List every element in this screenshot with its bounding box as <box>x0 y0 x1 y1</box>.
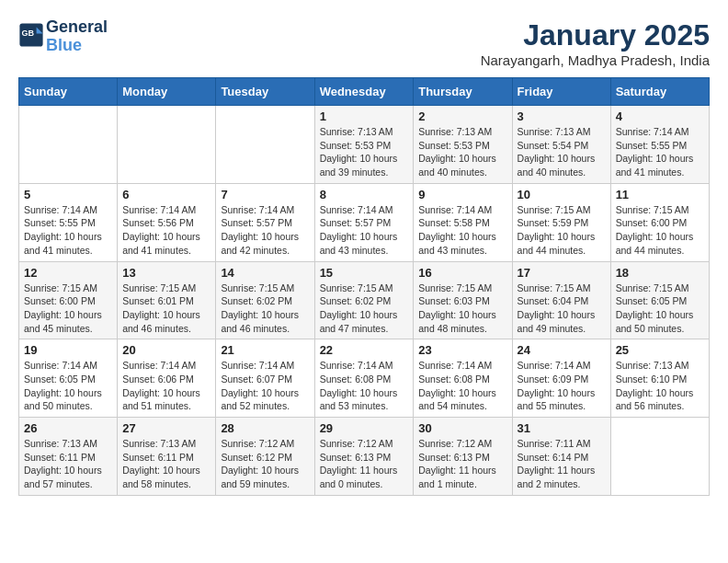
day-info: Sunrise: 7:15 AM Sunset: 6:05 PM Dayligh… <box>616 282 704 336</box>
day-number: 19 <box>24 343 112 357</box>
day-number: 2 <box>418 109 506 123</box>
calendar-cell <box>118 106 216 184</box>
calendar-cell: 9Sunrise: 7:14 AM Sunset: 5:58 PM Daylig… <box>414 183 512 261</box>
day-info: Sunrise: 7:15 AM Sunset: 6:04 PM Dayligh… <box>518 282 606 336</box>
day-number: 27 <box>122 421 210 435</box>
day-number: 8 <box>320 188 409 201</box>
logo-icon: GB <box>18 22 44 48</box>
calendar-cell: 16Sunrise: 7:15 AM Sunset: 6:03 PM Dayli… <box>414 261 512 339</box>
day-info: Sunrise: 7:15 AM Sunset: 6:00 PM Dayligh… <box>24 282 112 336</box>
calendar-week-row: 19Sunrise: 7:14 AM Sunset: 6:05 PM Dayli… <box>19 339 710 418</box>
calendar-cell: 18Sunrise: 7:15 AM Sunset: 6:05 PM Dayli… <box>610 261 709 339</box>
day-info: Sunrise: 7:13 AM Sunset: 5:53 PM Dayligh… <box>320 125 409 179</box>
calendar-cell: 10Sunrise: 7:15 AM Sunset: 5:59 PM Dayli… <box>512 183 610 261</box>
day-number: 28 <box>221 421 309 435</box>
day-info: Sunrise: 7:14 AM Sunset: 5:56 PM Dayligh… <box>122 203 210 258</box>
day-number: 5 <box>24 188 112 201</box>
calendar-cell: 30Sunrise: 7:12 AM Sunset: 6:13 PM Dayli… <box>414 418 512 496</box>
header: GB General Blue January 2025 Narayangarh… <box>18 18 710 68</box>
calendar-cell: 28Sunrise: 7:12 AM Sunset: 6:12 PM Dayli… <box>216 418 314 496</box>
day-number: 31 <box>518 421 606 435</box>
day-number: 24 <box>518 343 606 357</box>
calendar-week-row: 5Sunrise: 7:14 AM Sunset: 5:55 PM Daylig… <box>19 183 710 261</box>
calendar-cell <box>19 106 118 184</box>
calendar-cell: 6Sunrise: 7:14 AM Sunset: 5:56 PM Daylig… <box>118 183 216 261</box>
logo-line2: Blue <box>46 36 82 54</box>
day-number: 17 <box>518 266 606 280</box>
day-number: 10 <box>518 188 606 201</box>
svg-text:GB: GB <box>22 29 35 38</box>
day-number: 3 <box>518 109 606 123</box>
title-section: January 2025 Narayangarh, Madhya Pradesh… <box>481 18 710 68</box>
calendar-week-row: 12Sunrise: 7:15 AM Sunset: 6:00 PM Dayli… <box>19 261 710 339</box>
day-info: Sunrise: 7:11 AM Sunset: 6:14 PM Dayligh… <box>518 437 606 491</box>
day-info: Sunrise: 7:15 AM Sunset: 6:01 PM Dayligh… <box>122 282 210 336</box>
calendar-subtitle: Narayangarh, Madhya Pradesh, India <box>481 52 710 68</box>
calendar-cell: 1Sunrise: 7:13 AM Sunset: 5:53 PM Daylig… <box>314 106 414 184</box>
weekday-header: Friday <box>512 78 610 106</box>
day-number: 25 <box>616 343 704 357</box>
calendar-cell: 7Sunrise: 7:14 AM Sunset: 5:57 PM Daylig… <box>216 183 314 261</box>
calendar-cell: 5Sunrise: 7:14 AM Sunset: 5:55 PM Daylig… <box>19 183 118 261</box>
calendar-table: SundayMondayTuesdayWednesdayThursdayFrid… <box>18 77 710 496</box>
calendar-week-row: 1Sunrise: 7:13 AM Sunset: 5:53 PM Daylig… <box>19 106 710 184</box>
weekday-header: Tuesday <box>216 78 314 106</box>
day-number: 18 <box>616 266 704 280</box>
day-number: 12 <box>24 266 112 280</box>
day-info: Sunrise: 7:12 AM Sunset: 6:13 PM Dayligh… <box>418 437 506 491</box>
calendar-cell: 14Sunrise: 7:15 AM Sunset: 6:02 PM Dayli… <box>216 261 314 339</box>
logo: GB General Blue <box>18 18 108 55</box>
day-number: 11 <box>616 188 704 201</box>
day-number: 7 <box>221 188 309 201</box>
day-number: 29 <box>320 421 409 435</box>
weekday-header: Thursday <box>414 78 512 106</box>
calendar-title: January 2025 <box>481 18 710 52</box>
day-info: Sunrise: 7:13 AM Sunset: 6:11 PM Dayligh… <box>24 437 112 491</box>
day-info: Sunrise: 7:14 AM Sunset: 5:55 PM Dayligh… <box>24 203 112 258</box>
weekday-header: Saturday <box>610 78 709 106</box>
calendar-cell: 20Sunrise: 7:14 AM Sunset: 6:06 PM Dayli… <box>118 339 216 418</box>
day-number: 16 <box>418 266 506 280</box>
day-number: 15 <box>320 266 409 280</box>
logo-text: General Blue <box>46 18 108 55</box>
calendar-cell: 27Sunrise: 7:13 AM Sunset: 6:11 PM Dayli… <box>118 418 216 496</box>
weekday-header: Sunday <box>19 78 118 106</box>
calendar-cell: 12Sunrise: 7:15 AM Sunset: 6:00 PM Dayli… <box>19 261 118 339</box>
day-number: 21 <box>221 343 309 357</box>
calendar-week-row: 26Sunrise: 7:13 AM Sunset: 6:11 PM Dayli… <box>19 418 710 496</box>
day-number: 14 <box>221 266 309 280</box>
day-info: Sunrise: 7:15 AM Sunset: 6:02 PM Dayligh… <box>320 282 409 336</box>
day-info: Sunrise: 7:13 AM Sunset: 5:54 PM Dayligh… <box>518 125 606 179</box>
day-info: Sunrise: 7:15 AM Sunset: 6:03 PM Dayligh… <box>418 282 506 336</box>
day-number: 1 <box>320 109 409 123</box>
calendar-cell: 2Sunrise: 7:13 AM Sunset: 5:53 PM Daylig… <box>414 106 512 184</box>
day-number: 22 <box>320 343 409 357</box>
day-info: Sunrise: 7:15 AM Sunset: 5:59 PM Dayligh… <box>518 203 606 258</box>
calendar-cell: 13Sunrise: 7:15 AM Sunset: 6:01 PM Dayli… <box>118 261 216 339</box>
calendar-cell: 17Sunrise: 7:15 AM Sunset: 6:04 PM Dayli… <box>512 261 610 339</box>
day-number: 26 <box>24 421 112 435</box>
day-number: 20 <box>122 343 210 357</box>
calendar-cell: 4Sunrise: 7:14 AM Sunset: 5:55 PM Daylig… <box>610 106 709 184</box>
weekday-header: Monday <box>118 78 216 106</box>
day-number: 4 <box>616 109 704 123</box>
day-info: Sunrise: 7:13 AM Sunset: 5:53 PM Dayligh… <box>418 125 506 179</box>
calendar-cell: 3Sunrise: 7:13 AM Sunset: 5:54 PM Daylig… <box>512 106 610 184</box>
day-info: Sunrise: 7:12 AM Sunset: 6:13 PM Dayligh… <box>320 437 409 491</box>
day-info: Sunrise: 7:14 AM Sunset: 6:05 PM Dayligh… <box>24 359 112 413</box>
day-info: Sunrise: 7:14 AM Sunset: 6:07 PM Dayligh… <box>221 359 309 413</box>
day-info: Sunrise: 7:15 AM Sunset: 6:02 PM Dayligh… <box>221 282 309 336</box>
day-info: Sunrise: 7:14 AM Sunset: 6:06 PM Dayligh… <box>122 359 210 413</box>
day-info: Sunrise: 7:14 AM Sunset: 5:57 PM Dayligh… <box>221 203 309 258</box>
calendar-cell: 23Sunrise: 7:14 AM Sunset: 6:08 PM Dayli… <box>414 339 512 418</box>
day-info: Sunrise: 7:15 AM Sunset: 6:00 PM Dayligh… <box>616 203 704 258</box>
day-number: 13 <box>122 266 210 280</box>
weekday-header: Wednesday <box>314 78 414 106</box>
day-info: Sunrise: 7:12 AM Sunset: 6:12 PM Dayligh… <box>221 437 309 491</box>
calendar-cell: 15Sunrise: 7:15 AM Sunset: 6:02 PM Dayli… <box>314 261 414 339</box>
calendar-cell: 31Sunrise: 7:11 AM Sunset: 6:14 PM Dayli… <box>512 418 610 496</box>
calendar-cell: 22Sunrise: 7:14 AM Sunset: 6:08 PM Dayli… <box>314 339 414 418</box>
calendar-cell: 29Sunrise: 7:12 AM Sunset: 6:13 PM Dayli… <box>314 418 414 496</box>
day-info: Sunrise: 7:14 AM Sunset: 5:57 PM Dayligh… <box>320 203 409 258</box>
day-info: Sunrise: 7:14 AM Sunset: 5:55 PM Dayligh… <box>616 125 704 179</box>
